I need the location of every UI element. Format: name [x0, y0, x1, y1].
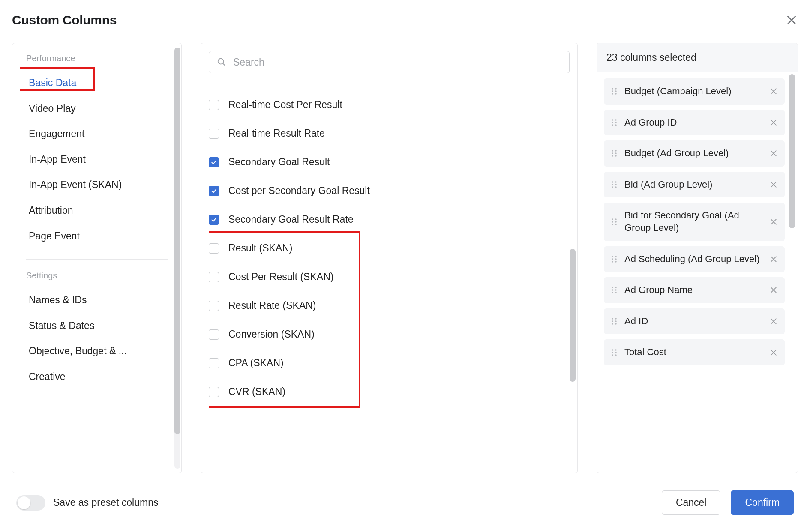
sidebar-item-creative[interactable]: Creative [20, 364, 174, 390]
save-preset-toggle[interactable] [16, 495, 45, 511]
selected-column-label: Ad Scheduling (Ad Group Level) [624, 253, 762, 266]
option-label: Secondary Goal Result Rate [228, 214, 354, 225]
selected-column-pill[interactable]: Ad ID [604, 308, 785, 335]
sidebar: Performance Basic Data Video Play Engage… [12, 43, 182, 473]
checkbox[interactable] [209, 243, 219, 254]
option-row[interactable]: Secondary Goal Result Rate [209, 205, 570, 234]
svg-point-35 [615, 258, 617, 260]
sidebar-section-header: Performance [20, 51, 174, 70]
columns-picker: Real-time Cost Per ResultReal-time Resul… [201, 43, 578, 473]
checkbox[interactable] [209, 387, 219, 397]
drag-handle-icon[interactable] [611, 217, 618, 227]
selected-column-label: Bid (Ad Group Level) [624, 179, 762, 191]
remove-column-button[interactable] [769, 348, 778, 357]
svg-point-33 [615, 256, 617, 257]
sidebar-item-engagement[interactable]: Engagement [20, 121, 174, 147]
svg-line-1 [223, 63, 225, 66]
svg-point-32 [612, 256, 613, 257]
sidebar-scroll[interactable]: Performance Basic Data Video Play Engage… [20, 51, 181, 465]
confirm-button[interactable]: Confirm [731, 490, 794, 515]
selected-column-pill[interactable]: Ad Scheduling (Ad Group Level) [604, 246, 785, 272]
remove-column-button[interactable] [769, 286, 778, 294]
option-row[interactable]: Cost Per Result (SKAN) [209, 263, 570, 291]
remove-column-button[interactable] [769, 87, 778, 96]
option-label: CVR (SKAN) [228, 386, 285, 398]
drag-handle-icon[interactable] [611, 117, 618, 128]
cancel-button[interactable]: Cancel [662, 490, 721, 515]
selected-column-pill[interactable]: Total Cost [604, 339, 785, 365]
checkbox[interactable] [209, 186, 219, 196]
remove-column-button[interactable] [769, 149, 778, 158]
sidebar-item-in-app-event-skan[interactable]: In-App Event (SKAN) [20, 172, 174, 198]
drag-handle-icon[interactable] [611, 316, 618, 326]
save-preset-toggle-group: Save as preset columns [16, 495, 158, 511]
selected-column-pill[interactable]: Ad Group Name [604, 277, 785, 303]
drag-handle-icon[interactable] [611, 148, 618, 158]
svg-point-38 [612, 287, 613, 289]
sidebar-divider [26, 259, 168, 260]
checkbox[interactable] [209, 215, 219, 225]
search-input[interactable] [232, 56, 561, 69]
selected-column-label: Ad ID [624, 315, 762, 328]
scrollbar-thumb[interactable] [570, 249, 576, 382]
checkbox[interactable] [209, 358, 219, 368]
option-row[interactable]: Real-time Cost Per Result [209, 90, 570, 119]
drag-handle-icon[interactable] [611, 285, 618, 295]
checkbox[interactable] [209, 272, 219, 282]
checkbox[interactable] [209, 329, 219, 340]
remove-column-button[interactable] [769, 218, 778, 226]
drag-handle-icon[interactable] [611, 179, 618, 190]
remove-column-button[interactable] [769, 180, 778, 189]
checkbox[interactable] [209, 129, 219, 139]
option-row[interactable]: Secondary Goal Result [209, 148, 570, 176]
option-row[interactable]: Conversion (SKAN) [209, 320, 570, 349]
close-icon [769, 118, 778, 127]
option-row[interactable]: CVR (SKAN) [209, 377, 570, 406]
search-field[interactable] [209, 51, 570, 73]
selected-column-pill[interactable]: Budget (Ad Group Level) [604, 140, 785, 167]
drag-handle-icon[interactable] [611, 347, 618, 358]
svg-point-51 [615, 349, 617, 351]
svg-point-54 [612, 354, 613, 356]
sidebar-item-basic-data[interactable]: Basic Data [20, 70, 174, 96]
checkbox[interactable] [209, 100, 219, 110]
sidebar-item-attribution[interactable]: Attribution [20, 198, 174, 224]
svg-point-28 [612, 221, 613, 223]
switch-knob [18, 496, 30, 509]
selected-column-label: Budget (Campaign Level) [624, 85, 762, 98]
sidebar-item-status-dates[interactable]: Status & Dates [20, 313, 174, 339]
sidebar-item-names-ids[interactable]: Names & IDs [20, 287, 174, 313]
sidebar-item-objective-budget[interactable]: Objective, Budget & ... [20, 338, 174, 364]
selected-column-pill[interactable]: Budget (Campaign Level) [604, 78, 785, 105]
selected-column-pill[interactable]: Bid for Secondary Goal (Ad Group Level) [604, 203, 785, 241]
close-button[interactable] [785, 14, 798, 27]
drag-handle-icon[interactable] [611, 254, 618, 264]
sidebar-item-page-event[interactable]: Page Event [20, 224, 174, 249]
svg-point-48 [612, 323, 613, 325]
check-icon [210, 159, 217, 166]
option-row[interactable]: Result (SKAN) [209, 234, 570, 263]
scrollbar-thumb[interactable] [174, 48, 180, 434]
checkbox[interactable] [209, 157, 219, 167]
option-row[interactable]: Result Rate (SKAN) [209, 291, 570, 320]
sidebar-item-in-app-event[interactable]: In-App Event [20, 147, 174, 173]
remove-column-button[interactable] [769, 118, 778, 127]
checkbox[interactable] [209, 301, 219, 311]
option-row[interactable]: CPA (SKAN) [209, 349, 570, 377]
option-row[interactable]: Cost per Secondary Goal Result [209, 176, 570, 205]
selected-column-pill[interactable]: Bid (Ad Group Level) [604, 172, 785, 198]
selected-column-pill[interactable]: Ad Group ID [604, 110, 785, 136]
option-label: Result (SKAN) [228, 242, 293, 254]
sidebar-item-video-play[interactable]: Video Play [20, 96, 174, 122]
option-label: CPA (SKAN) [228, 357, 284, 369]
option-row[interactable]: Real-time Result Rate [209, 119, 570, 148]
drag-handle-icon[interactable] [611, 86, 618, 96]
selected-count-header: 23 columns selected [597, 43, 798, 72]
close-icon [769, 348, 778, 357]
remove-column-button[interactable] [769, 317, 778, 326]
scrollbar-thumb[interactable] [789, 74, 795, 228]
svg-point-27 [615, 218, 617, 220]
close-icon [785, 14, 798, 27]
svg-point-53 [615, 352, 617, 353]
remove-column-button[interactable] [769, 255, 778, 263]
